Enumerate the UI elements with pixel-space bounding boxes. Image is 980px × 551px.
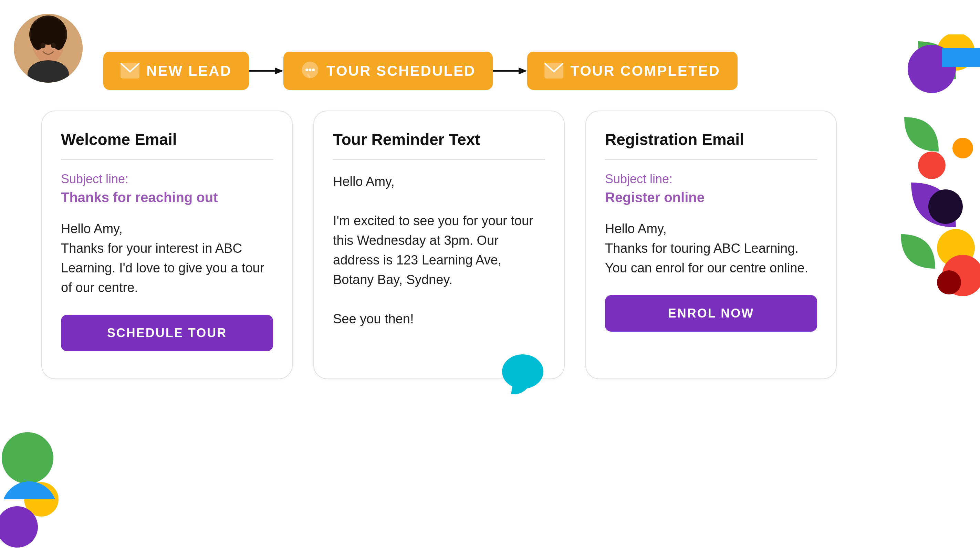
svg-point-8 — [41, 43, 45, 48]
svg-point-15 — [309, 68, 312, 71]
svg-point-31 — [937, 270, 961, 295]
enrol-now-button[interactable]: ENROL NOW — [605, 295, 817, 332]
subject-label-2: Subject line: — [605, 172, 817, 186]
svg-point-16 — [312, 68, 315, 71]
svg-point-20 — [2, 432, 53, 484]
main-container: NEW LEAD TOUR SCHEDULED — [0, 0, 980, 551]
tour-reminder-card: Tour Reminder Text Hello Amy,I'm excited… — [313, 111, 565, 379]
card-divider-3 — [605, 159, 817, 160]
cards-row: Welcome Email Subject line: Thanks for r… — [41, 111, 837, 379]
svg-marker-12 — [275, 67, 283, 74]
subject-label-1: Subject line: — [61, 172, 273, 186]
welcome-email-body: Hello Amy,Thanks for your interest in AB… — [61, 219, 273, 298]
stage-tour-completed: TOUR COMPLETED — [527, 52, 738, 90]
stage-tour-scheduled: TOUR SCHEDULED — [283, 52, 493, 90]
tour-scheduled-label: TOUR SCHEDULED — [326, 63, 476, 79]
stage-new-lead: NEW LEAD — [103, 52, 249, 90]
welcome-email-card: Welcome Email Subject line: Thanks for r… — [41, 111, 293, 379]
tour-completed-label: TOUR COMPLETED — [570, 63, 721, 79]
welcome-email-title: Welcome Email — [61, 130, 273, 149]
deco-left — [0, 430, 76, 551]
pipeline-row: NEW LEAD TOUR SCHEDULED — [103, 52, 738, 90]
registration-email-title: Registration Email — [605, 130, 817, 149]
email-icon-2 — [544, 61, 563, 80]
svg-point-27 — [953, 138, 973, 158]
card-divider-1 — [61, 159, 273, 160]
card-divider-2 — [333, 159, 545, 160]
svg-point-14 — [305, 68, 308, 71]
tour-reminder-title: Tour Reminder Text — [333, 130, 545, 149]
svg-point-28 — [928, 190, 963, 224]
tour-reminder-body: Hello Amy,I'm excited to see you for you… — [333, 172, 545, 329]
svg-point-26 — [918, 151, 945, 179]
subject-value-1: Thanks for reaching out — [61, 190, 273, 205]
svg-point-9 — [51, 43, 56, 48]
arrow-2 — [493, 64, 527, 78]
chat-bubble-decoration — [502, 354, 543, 389]
arrow-1 — [249, 64, 283, 78]
registration-email-card: Registration Email Subject line: Registe… — [585, 111, 837, 379]
registration-email-body: Hello Amy,Thanks for touring ABC Learnin… — [605, 219, 817, 278]
svg-rect-25 — [942, 48, 980, 67]
avatar — [14, 14, 83, 83]
svg-marker-18 — [519, 67, 527, 74]
new-lead-label: NEW LEAD — [146, 63, 232, 79]
deco-right — [849, 34, 980, 310]
chat-icon — [301, 61, 320, 80]
subject-value-2: Register online — [605, 190, 817, 205]
email-icon — [121, 61, 140, 80]
schedule-tour-button[interactable]: SCHEDULE TOUR — [61, 315, 273, 351]
